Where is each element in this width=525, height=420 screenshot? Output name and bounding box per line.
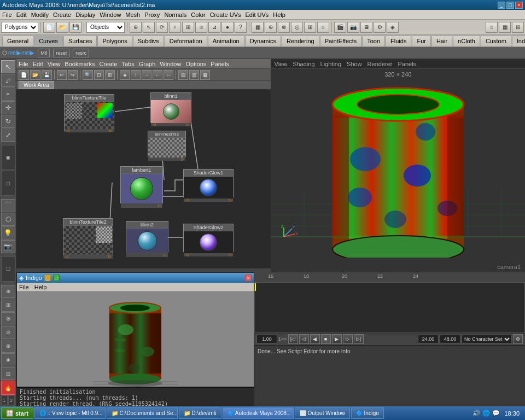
tool-misc7[interactable]: ⊟ [1, 367, 15, 380]
tab-surfaces[interactable]: Surfaces [63, 36, 97, 46]
menu-help[interactable]: Help [273, 11, 285, 18]
tool-camera[interactable]: 📷 [1, 240, 15, 253]
vp-menu-panels[interactable]: Panels [398, 61, 416, 67]
tool-misc4[interactable]: ⊘ [1, 326, 15, 339]
tb-snap[interactable]: ⊕ [130, 22, 142, 33]
tool-select[interactable]: ↖ [1, 60, 15, 73]
tb-render5[interactable]: ◈ [387, 22, 399, 33]
tab-hair[interactable]: Hair [431, 36, 452, 46]
tb-select-mode[interactable]: ↖ [143, 22, 155, 33]
hs-tb-open[interactable]: 📂 [30, 70, 40, 80]
taskbar-item-1[interactable]: 📁 C:\Documents and Se... [107, 407, 178, 419]
tb-render1[interactable]: 🎬 [334, 22, 346, 33]
tab-subdivs[interactable]: Subdivs [133, 36, 164, 46]
pb-prev-key[interactable]: |◁ [288, 334, 298, 344]
tool-move[interactable]: ✛ [1, 101, 15, 114]
vp-menu-shading[interactable]: Shading [293, 61, 314, 67]
tab-fluids[interactable]: Fluids [386, 36, 411, 46]
tb-manip5[interactable]: ⊞ [304, 22, 316, 33]
tool-misc1[interactable]: ⊕ [1, 285, 15, 298]
resrc-button[interactable]: resrc [73, 49, 89, 57]
tab-rendering[interactable]: Rendering [282, 36, 319, 46]
hs-tb-layout1[interactable]: ▤ [178, 70, 188, 80]
hs-tb-redo[interactable]: ↪ [68, 70, 78, 80]
tool-light[interactable]: 💡 [1, 226, 15, 240]
tb-manip2[interactable]: ⊕ [265, 22, 277, 33]
close-btn[interactable]: × [515, 2, 523, 9]
hs-menu-tabs[interactable]: Tabs [121, 61, 134, 67]
taskbar-item-2[interactable]: 📁 D:\dev\mti [179, 407, 221, 419]
menu-normals[interactable]: Normals [164, 11, 186, 18]
hs-scrollbar[interactable] [16, 268, 271, 272]
menu-file[interactable]: File [2, 11, 12, 18]
shader-node-5[interactable]: ShaderGlow1 ◁ ▷ [183, 169, 234, 197]
hs-menu-panels[interactable]: Panels [211, 61, 229, 67]
hs-tb-input[interactable]: → [142, 70, 151, 80]
pb-settings[interactable]: ⚙ [513, 334, 523, 344]
window-controls[interactable]: _ □ × [498, 2, 523, 9]
shader-node-2[interactable]: blinn1 ◁ ▷ [150, 92, 191, 122]
hs-tb-save[interactable]: 💾 [42, 70, 52, 80]
tb-right1[interactable]: ≡ [486, 22, 498, 33]
menu-createuvs[interactable]: Create UVs [210, 11, 241, 18]
menu-edit[interactable]: Edit [16, 11, 27, 18]
hs-tb-layout3[interactable]: ▦ [200, 70, 210, 80]
tb-magnet[interactable]: ⊞ [182, 22, 194, 33]
shader-node-1[interactable]: blinnTextureTile ◁ ▷ [64, 94, 114, 131]
tb-render3[interactable]: 🖥 [360, 22, 372, 33]
work-area-tab-label[interactable]: Work Area [19, 81, 54, 89]
tool-rotate[interactable]: ↻ [1, 115, 15, 128]
start-button[interactable]: 🪟 start [1, 407, 33, 419]
range-end-input[interactable] [440, 335, 460, 343]
vp-menu-show[interactable]: Show [347, 61, 362, 67]
current-frame-input[interactable] [256, 335, 277, 343]
indigo-menu-help[interactable]: Help [34, 284, 47, 290]
hs-menu-graph[interactable]: Graph [139, 61, 156, 67]
tool-wide1[interactable]: ◼ [1, 145, 15, 170]
node-canvas[interactable]: blinnTextureTile ◁ ▷ [16, 90, 271, 268]
tb-render4[interactable]: ⚙ [374, 22, 386, 33]
indigo-close-btn[interactable]: × [245, 275, 252, 281]
hs-menu-options[interactable]: Options [185, 61, 206, 67]
tab-polygons[interactable]: Polygons [97, 36, 132, 46]
tool-wide3[interactable]: ☐ [1, 256, 15, 282]
reset-button[interactable]: reset [53, 49, 69, 57]
tool-misc6[interactable]: ◈ [1, 353, 15, 366]
vp-menu-renderer[interactable]: Renderer [368, 61, 393, 67]
shader-node-3[interactable]: blinnTextTile ▷ [148, 131, 186, 157]
indigo-minimize-btn[interactable]: _ [44, 275, 51, 281]
tab-custom[interactable]: Custom [481, 36, 511, 46]
menu-proxy[interactable]: Proxy [144, 11, 160, 18]
tb-q[interactable]: ? [235, 22, 247, 33]
menu-window[interactable]: Window [100, 11, 121, 18]
tb-render2[interactable]: 📷 [347, 22, 359, 33]
menu-modify[interactable]: Modify [31, 11, 49, 18]
hs-menu-window[interactable]: Window [160, 61, 181, 67]
tool-curve[interactable]: ⌒ [1, 199, 15, 212]
vp-menu-view[interactable]: View [275, 61, 288, 67]
object-select[interactable]: Objects [86, 22, 125, 33]
tb-open[interactable]: 📂 [56, 22, 68, 33]
tab-curves[interactable]: Curves [34, 36, 63, 46]
pb-next-key[interactable]: ▷| [354, 334, 364, 344]
hs-tb-graph[interactable]: ◈ [120, 70, 130, 80]
tb-manip4[interactable]: ◎ [291, 22, 303, 33]
maximize-btn[interactable]: □ [506, 2, 514, 9]
tb-right2[interactable]: ▦ [499, 22, 511, 33]
tb-paint[interactable]: + [169, 22, 181, 33]
hs-menu-file[interactable]: File [19, 61, 28, 67]
mtl-button[interactable]: Mtl [38, 49, 50, 57]
tab-deformation[interactable]: Deformation [165, 36, 207, 46]
pb-step-fwd[interactable]: ▷ [343, 334, 353, 344]
hs-tb-layout2[interactable]: ▥ [189, 70, 199, 80]
menu-display[interactable]: Display [75, 11, 95, 18]
tb-manip3[interactable]: ⊗ [278, 22, 290, 33]
tb-rend[interactable]: ● [221, 22, 234, 33]
pb-play-fwd[interactable]: ▶ [332, 334, 342, 344]
tb-hist[interactable]: ⊿ [208, 22, 220, 33]
tool-poly[interactable]: ⬡ [1, 213, 15, 226]
hs-menu-view[interactable]: View [48, 61, 61, 67]
taskbar-item-5[interactable]: 🔷 Indigo [351, 407, 384, 419]
menu-edituvs[interactable]: Edit UVs [245, 11, 269, 18]
menu-create[interactable]: Create [53, 11, 71, 18]
